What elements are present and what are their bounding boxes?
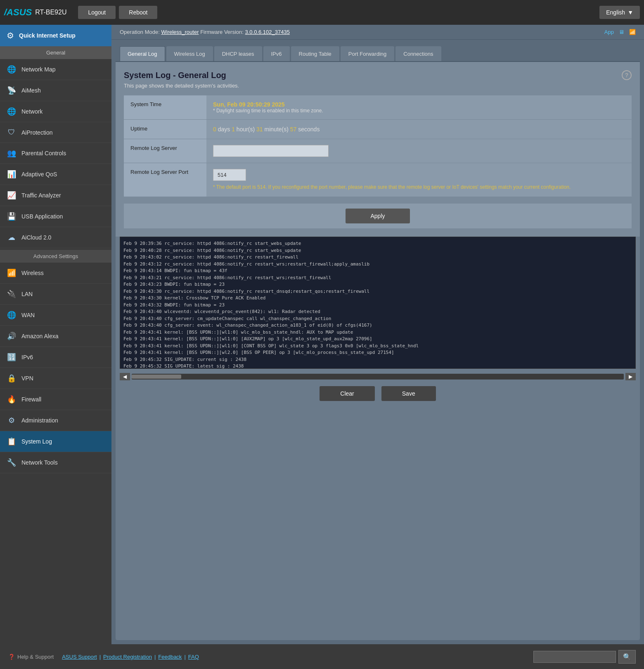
tab-wireless-log[interactable]: Wireless Log — [166, 46, 213, 61]
help-support-label: Help & Support — [17, 654, 54, 660]
system-time-display: Sun, Feb 09 20:50:29 2025 — [213, 101, 625, 108]
tab-dhcp-leases[interactable]: DHCP leases — [214, 46, 262, 61]
content-header: Operation Mode: Wireless_router Firmware… — [111, 25, 644, 40]
asus-support-link[interactable]: ASUS Support — [62, 654, 97, 660]
page-title: System Log - General Log ? — [124, 70, 632, 80]
firmware-link[interactable]: 3.0.0.6.102_37435 — [245, 29, 290, 35]
quick-internet-setup-item[interactable]: ⚙ Quick Internet Setup — [0, 25, 111, 46]
log-container[interactable]: Feb 9 20:39:36 rc_service: httpd 4086:no… — [120, 237, 636, 369]
sidebar-item-label: System Log — [21, 438, 52, 445]
sidebar-item-label: Network Map — [21, 66, 55, 73]
sidebar-item-label: Adaptive QoS — [21, 171, 57, 178]
sidebar-item-traffic-analyzer[interactable]: 📈 Traffic Analyzer — [0, 185, 111, 206]
feedback-link[interactable]: Feedback — [158, 654, 182, 660]
scroll-right-button[interactable]: ▶ — [625, 373, 636, 380]
tab-bar: General Log Wireless Log DHCP leases IPv… — [116, 44, 640, 62]
save-button[interactable]: Save — [381, 386, 436, 401]
uptime-row: Uptime 0 days 1 hour(s) 31 minute(s) 57 … — [124, 120, 632, 139]
log-entry: Feb 9 20:39:36 rc_service: httpd 4086:no… — [123, 240, 632, 247]
sidebar-item-label: IPv6 — [21, 354, 33, 361]
sidebar-item-amazon-alexa[interactable]: 🔊 Amazon Alexa — [0, 326, 111, 347]
sidebar-item-network-tools[interactable]: 🔧 Network Tools — [0, 452, 111, 473]
sidebar-item-lan[interactable]: 🔌 LAN — [0, 284, 111, 305]
log-entry: Feb 9 20:43:32 BWDPI: fun bitmap = 23 — [123, 302, 632, 309]
system-time-row: System Time Sun, Feb 09 20:50:29 2025 * … — [124, 95, 632, 120]
logout-button[interactable]: Logout — [78, 6, 116, 19]
tab-connections[interactable]: Connections — [395, 46, 441, 61]
vpn-icon: 🔒 — [7, 374, 17, 383]
sidebar-item-system-log[interactable]: 📋 System Log — [0, 431, 111, 452]
aimesh-icon: 📡 — [7, 86, 17, 95]
scroll-left-button[interactable]: ◀ — [120, 373, 130, 380]
footer-search-input[interactable] — [533, 651, 616, 663]
tab-port-forwarding[interactable]: Port Forwarding — [341, 46, 394, 61]
remote-log-port-row: Remote Log Server Port * The default por… — [124, 163, 632, 197]
usb-application-icon: 💾 — [7, 212, 17, 221]
remote-log-server-input[interactable] — [213, 145, 329, 157]
main-panel: General Log Wireless Log DHCP leases IPv… — [116, 44, 640, 640]
wifi-icon[interactable]: 📶 — [629, 29, 636, 35]
remote-log-port-input[interactable] — [213, 169, 246, 181]
chevron-down-icon: ▼ — [627, 9, 633, 16]
log-entry: Feb 9 20:43:41 kernel: [BSS UPDN::][wl2.… — [123, 349, 632, 356]
sidebar-item-network[interactable]: 🌐 Network — [0, 101, 111, 122]
wireless-icon: 📶 — [7, 268, 17, 278]
sidebar-item-label: Wireless — [21, 270, 44, 276]
sidebar-item-aicloud[interactable]: ☁ AiCloud 2.0 — [0, 227, 111, 248]
system-time-note: * Daylight saving time is enabled in thi… — [213, 108, 625, 114]
sidebar-item-parental-controls[interactable]: 👥 Parental Controls — [0, 143, 111, 164]
footer-links: ASUS Support | Product Registration | Fe… — [62, 654, 199, 660]
log-entry: Feb 9 20:43:30 rc_service: httpd 4086:no… — [123, 288, 632, 295]
sidebar-item-aimesh[interactable]: 📡 AiMesh — [0, 80, 111, 101]
sidebar-item-label: Parental Controls — [21, 150, 66, 157]
sidebar-item-label: AiProtection — [21, 129, 52, 136]
product-registration-link[interactable]: Product Registration — [103, 654, 152, 660]
reboot-button[interactable]: Reboot — [119, 6, 157, 19]
sidebar-item-label: AiCloud 2.0 — [21, 234, 51, 241]
scroll-thumb — [132, 375, 181, 379]
firewall-icon: 🔥 — [7, 395, 17, 404]
footer-search: 🔍 — [533, 650, 636, 664]
sidebar-item-wireless[interactable]: 📶 Wireless — [0, 263, 111, 284]
aiprotection-icon: 🛡 — [7, 128, 17, 137]
adaptive-qos-icon: 📊 — [7, 170, 17, 179]
tab-ipv6[interactable]: IPv6 — [263, 46, 290, 61]
remote-log-server-row: Remote Log Server — [124, 139, 632, 163]
tab-general-log[interactable]: General Log — [120, 46, 165, 61]
footer-search-button[interactable]: 🔍 — [618, 650, 636, 664]
sidebar-item-vpn[interactable]: 🔒 VPN — [0, 368, 111, 389]
remote-log-port-label: Remote Log Server Port — [124, 163, 206, 197]
faq-link[interactable]: FAQ — [188, 654, 199, 660]
sidebar-item-network-map[interactable]: 🌐 Network Map — [0, 59, 111, 80]
operation-mode-link[interactable]: Wireless_router — [161, 29, 199, 35]
footer: ❓ Help & Support ASUS Support | Product … — [0, 644, 644, 669]
sidebar: ⚙ Quick Internet Setup General 🌐 Network… — [0, 25, 111, 644]
uptime-display: 0 days 1 hour(s) 31 minute(s) 57 seconds — [213, 126, 320, 133]
log-entry: Feb 9 20:43:30 kernel: Crossbow TCP Pure… — [123, 295, 632, 302]
sidebar-item-label: WAN — [21, 312, 35, 318]
sidebar-item-wan[interactable]: 🌐 WAN — [0, 305, 111, 326]
sidebar-item-usb-application[interactable]: 💾 USB Application — [0, 206, 111, 227]
language-button[interactable]: English ▼ — [599, 6, 640, 19]
log-entry: Feb 9 20:43:41 kernel: [BSS UPDN::][wl1:… — [123, 329, 632, 336]
remote-log-server-label: Remote Log Server — [124, 139, 206, 163]
tab-routing-table[interactable]: Routing Table — [291, 46, 339, 61]
ipv6-icon: 🔢 — [7, 353, 17, 362]
apply-button[interactable]: Apply — [346, 209, 410, 223]
footer-bar: ❓ Help & Support ASUS Support | Product … — [0, 644, 644, 669]
settings-table: System Time Sun, Feb 09 20:50:29 2025 * … — [124, 95, 632, 197]
model-text: RT-BE92U — [35, 9, 66, 16]
system-log-icon: 📋 — [7, 437, 17, 446]
logo-text: /ASUS — [4, 7, 32, 18]
sidebar-item-administration[interactable]: ⚙ Administration — [0, 410, 111, 431]
screen-icon[interactable]: 🖥 — [619, 29, 624, 35]
help-icon[interactable]: ? — [622, 70, 632, 80]
sidebar-item-aiprotection[interactable]: 🛡 AiProtection — [0, 122, 111, 143]
uptime-value: 0 days 1 hour(s) 31 minute(s) 57 seconds — [206, 120, 632, 139]
log-entry: Feb 9 20:43:21 rc_service: httpd 4086:no… — [123, 275, 632, 282]
sidebar-item-ipv6[interactable]: 🔢 IPv6 — [0, 347, 111, 368]
sidebar-item-label: AiMesh — [21, 87, 41, 94]
clear-button[interactable]: Clear — [320, 386, 374, 401]
sidebar-item-firewall[interactable]: 🔥 Firewall — [0, 389, 111, 410]
sidebar-item-adaptive-qos[interactable]: 📊 Adaptive QoS — [0, 164, 111, 185]
